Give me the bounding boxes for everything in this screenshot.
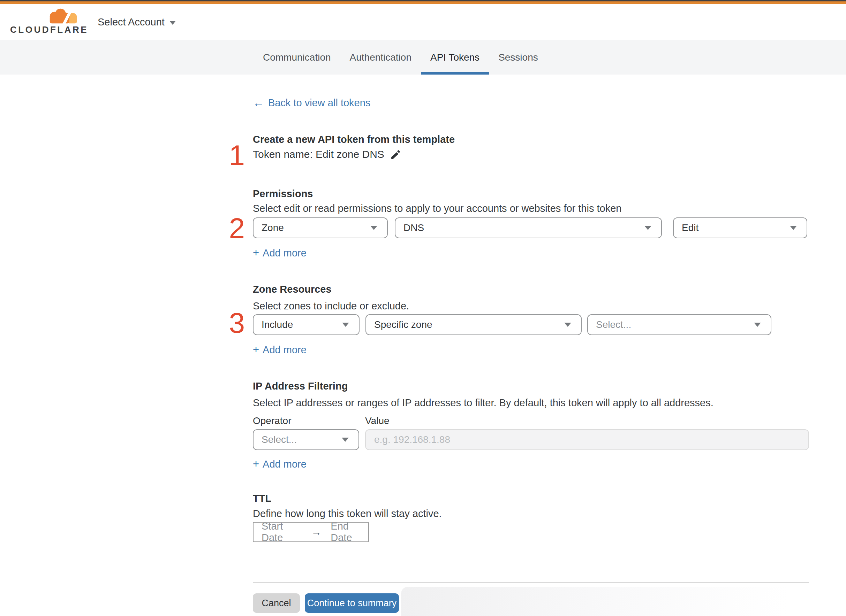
step-annotation-1: 1 xyxy=(195,141,245,170)
ttl-date-range-picker[interactable]: Start Date → End Date xyxy=(253,522,369,542)
cloudflare-wordmark: CLOUDFLARE xyxy=(10,25,78,34)
permissions-heading: Permissions xyxy=(253,188,809,200)
back-link-label: Back to view all tokens xyxy=(268,97,370,109)
account-selector[interactable]: Select Account xyxy=(98,4,176,40)
permissions-description: Select edit or read permissions to apply… xyxy=(253,202,809,215)
chevron-down-icon xyxy=(564,323,571,327)
value-label: Value xyxy=(365,415,390,427)
page-title: Create a new API token from this templat… xyxy=(253,133,809,146)
ip-filtering-labels: Operator Value xyxy=(253,415,809,427)
ip-filtering-heading: IP Address Filtering xyxy=(253,380,809,392)
cloudflare-logo[interactable]: CLOUDFLARE xyxy=(10,8,78,34)
cancel-button[interactable]: Cancel xyxy=(253,593,300,613)
chevron-down-icon xyxy=(342,323,349,327)
tab-sessions[interactable]: Sessions xyxy=(489,40,547,75)
plus-icon: + xyxy=(253,247,259,259)
ttl-heading: TTL xyxy=(253,492,809,505)
operator-select[interactable]: Select... xyxy=(253,429,359,450)
token-name-text: Token name: Edit zone DNS xyxy=(253,148,384,160)
chevron-down-icon xyxy=(790,226,797,230)
page: CLOUDFLARE Select Account Communication … xyxy=(0,0,846,616)
ip-filtering-description: Select IP addresses or ranges of IP addr… xyxy=(253,396,809,409)
chevron-down-icon xyxy=(370,226,377,230)
chevron-down-icon xyxy=(754,323,761,327)
footer-actions: Cancel Continue to summary xyxy=(253,593,809,613)
step-annotation-3: 3 xyxy=(195,309,245,337)
permissions-add-more-link[interactable]: + Add more xyxy=(253,247,306,259)
zone-resources-heading: Zone Resources xyxy=(253,283,809,295)
ip-filtering-row: Select... xyxy=(253,429,809,450)
tab-authentication[interactable]: Authentication xyxy=(340,40,421,75)
account-selector-label: Select Account xyxy=(98,16,165,28)
continue-to-summary-button[interactable]: Continue to summary xyxy=(305,593,399,613)
chevron-down-icon xyxy=(644,226,652,230)
profile-tab-bar: Communication Authentication API Tokens … xyxy=(0,40,846,75)
cloudflare-cloud-icon xyxy=(45,8,79,24)
tab-communication[interactable]: Communication xyxy=(253,40,340,75)
operator-label: Operator xyxy=(253,415,365,427)
brand-top-bar xyxy=(0,1,846,4)
arrow-right-icon: → xyxy=(311,526,322,538)
tab-api-tokens[interactable]: API Tokens xyxy=(421,40,489,75)
zone-include-select[interactable]: Include xyxy=(253,314,359,335)
plus-icon: + xyxy=(253,458,259,470)
ttl-description: Define how long this token will stay act… xyxy=(253,507,809,520)
permission-group-select[interactable]: DNS xyxy=(395,217,662,238)
zone-resources-description: Select zones to include or exclude. xyxy=(253,300,809,312)
token-name-row: Token name: Edit zone DNS xyxy=(253,147,809,161)
permission-scope-select[interactable]: Zone xyxy=(253,217,388,238)
chevron-down-icon xyxy=(169,21,176,25)
permission-level-select[interactable]: Edit xyxy=(673,217,807,238)
ip-value-input[interactable] xyxy=(365,429,809,450)
zone-picker-select[interactable]: Select... xyxy=(587,314,771,335)
step-annotation-2: 2 xyxy=(195,214,245,242)
back-arrow-icon: ← xyxy=(253,97,264,109)
edit-pencil-icon[interactable] xyxy=(390,149,402,160)
plus-icon: + xyxy=(253,343,259,356)
chevron-down-icon xyxy=(342,438,349,442)
zone-scope-select[interactable]: Specific zone xyxy=(365,314,582,335)
ip-filtering-add-more-link[interactable]: + Add more xyxy=(253,458,306,470)
site-header: CLOUDFLARE Select Account xyxy=(0,4,846,40)
back-to-tokens-link[interactable]: ← Back to view all tokens xyxy=(253,97,370,109)
token-template-form: ← Back to view all tokens Create a new A… xyxy=(0,97,809,613)
zone-resources-add-more-link[interactable]: + Add more xyxy=(253,343,306,356)
end-date-placeholder: End Date xyxy=(331,521,368,544)
footer-divider xyxy=(253,582,809,583)
start-date-placeholder: Start Date xyxy=(262,521,302,544)
permissions-row: Zone DNS Edit xyxy=(253,217,809,238)
zone-resources-row: Include Specific zone Select... xyxy=(253,314,809,335)
